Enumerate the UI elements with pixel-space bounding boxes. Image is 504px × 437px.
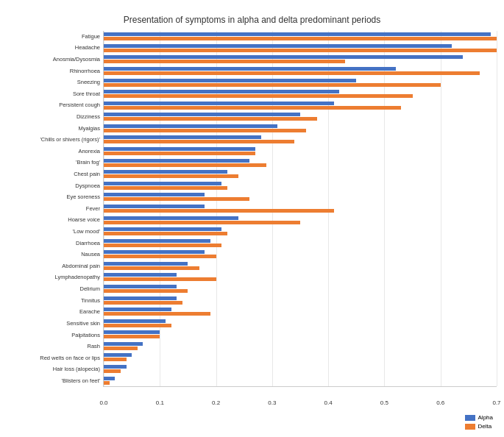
bar-delta bbox=[104, 152, 255, 155]
bar-alpha bbox=[104, 193, 205, 196]
y-label: Hair loss (alopecia) bbox=[7, 364, 100, 376]
grid-line bbox=[497, 31, 497, 386]
bar-alpha bbox=[104, 32, 491, 36]
bar-group bbox=[104, 203, 497, 215]
bar-group bbox=[104, 191, 497, 203]
x-axis-label: 0.3 bbox=[268, 399, 276, 406]
bar-delta bbox=[104, 312, 210, 316]
y-label: Eye soreness bbox=[7, 192, 100, 204]
bar-alpha bbox=[104, 79, 356, 82]
bar-delta bbox=[104, 49, 497, 52]
bar-delta bbox=[104, 324, 171, 327]
legend-alpha: Alpha bbox=[465, 414, 493, 421]
bar-group bbox=[104, 65, 497, 77]
legend: Alpha Delta bbox=[465, 414, 493, 430]
bar-group bbox=[104, 123, 497, 135]
bar-alpha bbox=[104, 216, 238, 220]
legend-delta: Delta bbox=[465, 423, 493, 430]
y-label: Diarrhoea bbox=[7, 238, 100, 249]
bar-group bbox=[104, 317, 497, 329]
bar-group bbox=[104, 283, 497, 295]
bar-delta bbox=[104, 244, 221, 247]
y-label: Lymphadenopathy bbox=[7, 272, 100, 284]
y-label: 'Chills or shivers (rigors)' bbox=[7, 134, 100, 146]
bars-content bbox=[104, 31, 497, 386]
x-axis-label: 0.0 bbox=[99, 399, 107, 406]
bar-delta bbox=[104, 221, 300, 224]
bar-group bbox=[104, 363, 497, 375]
legend-delta-color bbox=[465, 424, 475, 430]
chart-area: FatigueHeadacheAnosmia/DysosmiaRhinorrho… bbox=[7, 31, 497, 387]
x-axis-label: 0.1 bbox=[156, 399, 164, 406]
bar-group bbox=[104, 341, 497, 352]
bar-delta bbox=[104, 381, 110, 385]
x-axis-label: 0.6 bbox=[436, 399, 444, 406]
bar-alpha bbox=[104, 296, 177, 300]
legend-delta-label: Delta bbox=[478, 423, 492, 430]
y-label: Dyspnoea bbox=[7, 180, 100, 192]
bar-delta bbox=[104, 358, 127, 361]
y-label: Chest pain bbox=[7, 168, 100, 180]
y-label: Sore throat bbox=[7, 88, 100, 100]
bar-delta bbox=[104, 209, 334, 213]
bar-delta bbox=[104, 140, 294, 143]
bar-alpha bbox=[104, 365, 127, 369]
bar-delta bbox=[104, 277, 216, 281]
bar-group bbox=[104, 168, 497, 180]
bar-delta bbox=[104, 83, 441, 87]
bar-group bbox=[104, 146, 497, 157]
bar-alpha bbox=[104, 182, 221, 185]
bar-group bbox=[104, 237, 497, 249]
bar-alpha bbox=[104, 285, 177, 288]
bar-alpha bbox=[104, 90, 339, 93]
x-axis-label: 0.5 bbox=[380, 399, 388, 406]
bar-alpha bbox=[104, 308, 171, 311]
x-axis-label: 0.4 bbox=[324, 399, 333, 406]
bar-alpha bbox=[104, 330, 160, 334]
bar-group bbox=[104, 226, 497, 238]
chart-title: Presentation of symptoms in alpha and de… bbox=[7, 15, 497, 25]
bar-alpha bbox=[104, 262, 188, 266]
bar-delta bbox=[104, 266, 199, 270]
y-label: Sensitive skin bbox=[7, 318, 100, 330]
y-label: Abdominal pain bbox=[7, 260, 100, 272]
bar-delta bbox=[104, 94, 413, 98]
bar-delta bbox=[104, 106, 401, 110]
y-label: Fever bbox=[7, 203, 100, 215]
y-label: Hoarse voice bbox=[7, 215, 100, 227]
y-label: Rash bbox=[7, 341, 100, 352]
bar-group bbox=[104, 180, 497, 192]
bar-alpha bbox=[104, 44, 452, 48]
bar-delta bbox=[104, 347, 138, 350]
bar-group bbox=[104, 260, 497, 272]
bar-alpha bbox=[104, 342, 143, 346]
bar-delta bbox=[104, 289, 188, 293]
bar-group bbox=[104, 99, 497, 111]
bar-delta bbox=[104, 186, 227, 190]
bar-alpha bbox=[104, 205, 205, 208]
legend-alpha-color bbox=[465, 415, 475, 421]
bar-alpha bbox=[104, 135, 261, 139]
y-label: Myalgias bbox=[7, 123, 100, 135]
bar-alpha bbox=[104, 239, 210, 243]
bar-group bbox=[104, 134, 497, 146]
y-label: Anorexia bbox=[7, 146, 100, 157]
y-label: Nausea bbox=[7, 249, 100, 261]
y-label: Red welts on face or lips bbox=[7, 352, 100, 364]
y-label: Delirium bbox=[7, 283, 100, 295]
bar-alpha bbox=[104, 273, 177, 277]
bar-delta bbox=[104, 117, 317, 121]
bar-group bbox=[104, 249, 497, 260]
bar-alpha bbox=[104, 55, 463, 59]
bar-group bbox=[104, 214, 497, 226]
x-axis-label: 0.2 bbox=[212, 399, 220, 406]
bar-alpha bbox=[104, 250, 205, 254]
bar-group bbox=[104, 306, 497, 318]
y-label: Persistent cough bbox=[7, 100, 100, 112]
bar-group bbox=[104, 43, 497, 54]
bar-alpha bbox=[104, 377, 115, 380]
bar-delta bbox=[104, 174, 238, 178]
y-label: Headache bbox=[7, 43, 100, 54]
y-label: Anosmia/Dysosmia bbox=[7, 54, 100, 65]
bar-alpha bbox=[104, 102, 334, 105]
